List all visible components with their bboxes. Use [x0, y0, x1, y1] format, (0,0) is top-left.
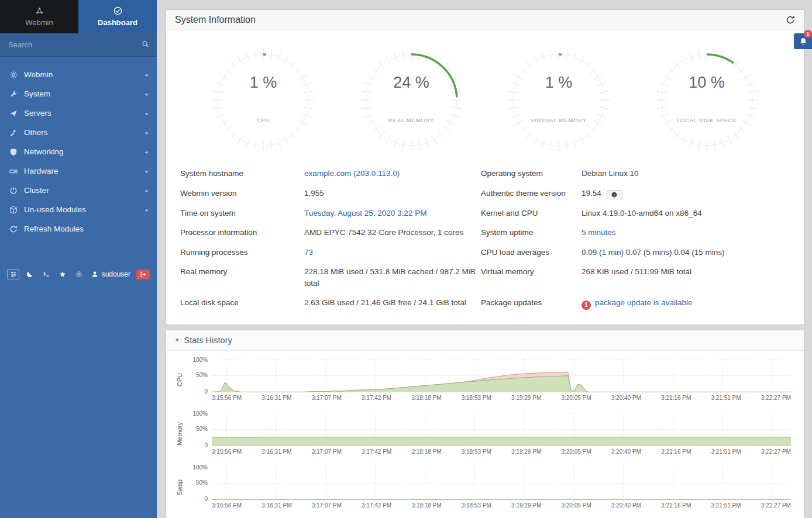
x-tick-label: 3:17:07 PM	[312, 502, 342, 509]
chart-plot	[212, 467, 791, 500]
chevron-left-icon: ◂	[144, 188, 147, 194]
x-tick-label: 3:19:29 PM	[511, 395, 541, 401]
x-tick-label: 3:16:31 PM	[262, 448, 291, 455]
sliders-icon	[10, 271, 17, 278]
notifications-button[interactable]: 1	[794, 33, 812, 49]
gear-icon	[9, 71, 18, 79]
refresh-icon	[9, 225, 18, 233]
collapse-triangle-icon: ▾	[176, 336, 179, 344]
search-icon[interactable]	[142, 40, 149, 48]
x-tick-label: 3:20:40 PM	[611, 395, 641, 401]
info-link[interactable]: package update is available	[595, 298, 693, 307]
moon-icon	[26, 271, 33, 278]
y-axis: 100%50%0	[185, 359, 212, 392]
search-input[interactable]	[0, 33, 157, 56]
sidebar-item-servers[interactable]: Servers◂	[0, 103, 157, 123]
sidebar-item-label: Servers	[24, 109, 138, 118]
logout-button[interactable]	[136, 270, 150, 279]
terminal-icon	[43, 271, 50, 278]
svg-text:1 %: 1 %	[545, 74, 573, 91]
sidebar-toggle-button[interactable]	[7, 269, 19, 279]
stats-history-header[interactable]: ▾ Stats History	[166, 330, 804, 351]
gauge-real-memory[interactable]: 24 %REAL MEMORY	[356, 44, 467, 156]
gauge-local-disk-space[interactable]: 10 %LOCAL DISK SPACE	[651, 44, 762, 156]
sidebar-item-label: Others	[24, 128, 138, 137]
x-tick-label: 3:17:42 PM	[362, 448, 391, 455]
x-tick-label: 3:20:05 PM	[561, 395, 591, 401]
gauge-dial: 10 %LOCAL DISK SPACE	[651, 44, 762, 156]
x-tick-label: 3:22:27 PM	[761, 502, 791, 509]
info-value-kernel-and-cpu: Linux 4.19.0-10-amd64 on x86_64	[582, 203, 790, 223]
notification-count-badge: 1	[804, 30, 812, 38]
theme-settings-button[interactable]	[73, 269, 85, 279]
sidebar-item-webmin[interactable]: Webmin◂	[0, 65, 157, 84]
info-value-authentic-theme-version: 19.54	[582, 184, 790, 203]
y-tick-label: 100%	[192, 357, 208, 363]
info-value-system-uptime: 5 minutes	[582, 223, 790, 243]
x-tick-label: 3:18:18 PM	[411, 448, 441, 455]
tab-webmin[interactable]: Webmin	[0, 0, 78, 33]
gauge-virtual-memory[interactable]: 1 %VIRTUAL MEMORY	[503, 44, 614, 156]
sidebar-item-label: Cluster	[24, 186, 138, 195]
tab-dashboard[interactable]: Dashboard	[78, 0, 157, 33]
x-tick-label: 3:16:31 PM	[262, 502, 291, 509]
chart-axis-title: Swap	[174, 467, 185, 509]
x-axis: 3:15:56 PM3:16:31 PM3:17:07 PM3:17:42 PM…	[212, 448, 791, 455]
info-link[interactable]: example.com (203.0.113.0)	[304, 169, 400, 178]
sidebar-tabs: Webmin Dashboard	[0, 0, 157, 33]
info-link[interactable]: Tuesday, August 25, 2020 3:22 PM	[304, 209, 426, 217]
info-label-system-hostname: System hostname	[180, 164, 304, 184]
y-tick-label: 50%	[196, 479, 208, 486]
sidebar-item-system[interactable]: System◂	[0, 84, 157, 103]
info-label-real-memory: Real memory	[180, 262, 304, 293]
info-label-system-uptime: System uptime	[481, 223, 582, 243]
refresh-button[interactable]	[786, 15, 795, 25]
system-info-table: System hostnameexample.com (203.0.113.0)…	[166, 156, 804, 324]
x-tick-label: 3:18:53 PM	[462, 502, 491, 509]
terminal-button[interactable]	[40, 269, 52, 279]
x-tick-label: 3:21:16 PM	[661, 502, 691, 509]
system-information-header: System Information	[166, 10, 804, 30]
star-icon	[59, 271, 66, 278]
night-mode-button[interactable]	[23, 269, 36, 279]
y-tick-label: 0	[204, 442, 208, 448]
user-menu[interactable]: sudouser	[90, 270, 132, 278]
sidebar-item-label: Un-used Modules	[24, 205, 138, 214]
tab-webmin-label: Webmin	[25, 18, 53, 27]
info-link[interactable]: 73	[304, 248, 313, 257]
sidebar-item-refresh-modules[interactable]: Refresh Modules	[0, 219, 157, 239]
x-tick-label: 3:19:29 PM	[511, 448, 541, 455]
chevron-left-icon: ◂	[144, 91, 147, 97]
info-value-cpu-load-averages: 0.09 (1 min) 0.07 (5 mins) 0.04 (15 mins…	[582, 243, 790, 263]
username-label: sudouser	[102, 270, 130, 278]
chart-axis-title: Memory	[174, 413, 185, 455]
webmin-logo-icon	[35, 6, 44, 15]
chevron-left-icon: ◂	[144, 149, 147, 155]
check-circle-icon	[113, 6, 122, 15]
info-label-webmin-version: Webmin version	[180, 184, 304, 203]
charts: CPU100%50%03:15:56 PM3:16:31 PM3:17:07 P…	[166, 351, 804, 518]
power-icon	[9, 187, 18, 195]
sidebar-item-cluster[interactable]: Cluster◂	[0, 181, 157, 200]
info-link[interactable]: 5 minutes	[582, 228, 616, 237]
favorites-button[interactable]	[56, 269, 68, 279]
refresh-icon	[786, 15, 795, 25]
sidebar-item-un-used-modules[interactable]: Un-used Modules◂	[0, 200, 157, 219]
info-icon	[611, 192, 617, 198]
sidebar-item-hardware[interactable]: Hardware◂	[0, 161, 157, 181]
system-information-panel: System Information 1 %CPU24 %REAL MEMORY…	[166, 9, 804, 325]
y-tick-label: 0	[204, 496, 208, 502]
info-badge-button[interactable]	[607, 190, 622, 199]
sidebar-item-networking[interactable]: Networking◂	[0, 142, 157, 161]
sidebar-item-others[interactable]: Others◂	[0, 123, 157, 142]
info-label-processor-information: Processor information	[180, 223, 304, 243]
x-tick-label: 3:21:16 PM	[661, 448, 691, 455]
sidebar-item-label: Webmin	[24, 70, 138, 79]
hdd-icon	[9, 167, 18, 175]
x-tick-label: 3:18:53 PM	[462, 395, 491, 401]
x-tick-label: 3:18:18 PM	[411, 395, 441, 401]
info-label-time-on-system: Time on system	[180, 203, 304, 223]
info-label-cpu-load-averages: CPU load averages	[481, 243, 582, 263]
y-tick-label: 0	[204, 388, 208, 395]
gauge-cpu[interactable]: 1 %CPU	[208, 44, 319, 156]
